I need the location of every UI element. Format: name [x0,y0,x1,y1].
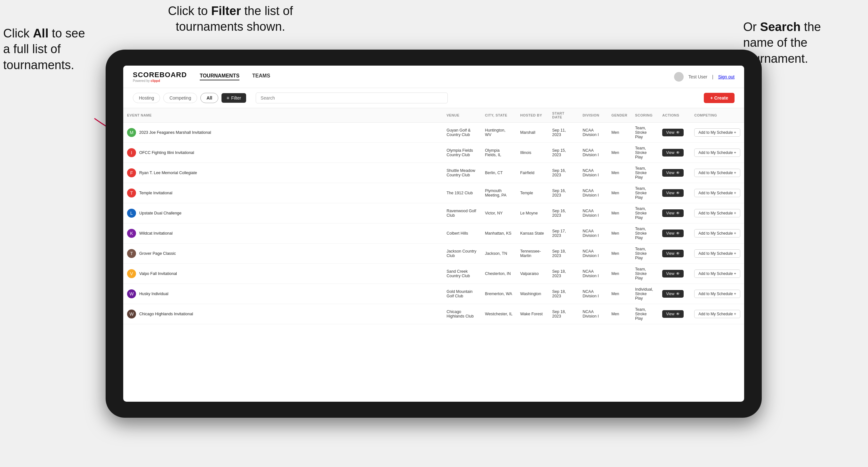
cell-division-2: NCAA Division I [579,163,608,183]
tablet-screen: SCOREBOARD Powered by clippd TOURNAMENTS… [123,66,744,402]
add-to-schedule-button-1[interactable]: Add to My Schedule + [694,149,740,157]
col-hosted: HOSTED BY [516,108,548,123]
cell-actions-0: View 👁 [658,123,690,143]
event-name-8: Husky Individual [139,291,168,296]
view-label-7: View [666,272,674,276]
add-to-schedule-button-9[interactable]: Add to My Schedule + [694,310,740,318]
filter-button[interactable]: ≡ Filter [221,93,246,103]
nav-teams[interactable]: TEAMS [252,73,270,80]
event-name-4: Upstate Dual Challenge [139,211,182,215]
col-division: DIVISION [579,108,608,123]
view-button-7[interactable]: View 👁 [662,270,684,278]
view-button-3[interactable]: View 👁 [662,189,684,197]
logo-scoreboard: SCOREBOARD [133,71,187,79]
view-button-4[interactable]: View 👁 [662,209,684,217]
table-row: W Husky Individual Gold Mountain Golf Cl… [123,284,744,304]
view-button-2[interactable]: View 👁 [662,169,684,177]
cell-scoring-5: Team, Stroke Play [631,223,658,244]
event-name-1: OFCC Fighting Illini Invitational [139,150,194,155]
add-to-schedule-button-2[interactable]: Add to My Schedule + [694,169,740,177]
logo-powered: Powered by clippd [133,79,187,83]
tournaments-table: EVENT NAME VENUE CITY, STATE HOSTED BY S… [123,108,744,324]
cell-gender-6: Men [608,244,631,264]
event-name-3: Temple Invitational [139,191,173,195]
schedule-label-6: Add to My Schedule + [699,251,736,256]
add-to-schedule-button-5[interactable]: Add to My Schedule + [694,229,740,238]
add-to-schedule-button-3[interactable]: Add to My Schedule + [694,189,740,197]
table-header: EVENT NAME VENUE CITY, STATE HOSTED BY S… [123,108,744,123]
schedule-label-4: Add to My Schedule + [699,211,736,215]
view-button-5[interactable]: View 👁 [662,229,684,237]
cell-scoring-6: Team, Stroke Play [631,244,658,264]
cell-hosted-0: Marshall [516,123,548,143]
view-button-6[interactable]: View 👁 [662,250,684,257]
nav-tournaments[interactable]: TOURNAMENTS [200,73,239,80]
add-to-schedule-button-6[interactable]: Add to My Schedule + [694,249,740,258]
schedule-label-3: Add to My Schedule + [699,191,736,195]
tab-competing[interactable]: Competing [163,93,197,103]
cell-date-4: Sep 16, 2023 [548,203,579,223]
cell-competing-6: Add to My Schedule + [690,244,744,264]
schedule-label-2: Add to My Schedule + [699,170,736,175]
tab-hosting[interactable]: Hosting [133,93,160,103]
view-label-2: View [666,170,674,175]
cell-venue-3: The 1912 Club [443,183,481,203]
cell-date-9: Sep 18, 2023 [548,304,579,324]
col-city: CITY, STATE [481,108,516,123]
team-logo-4: L [127,209,136,218]
cell-competing-8: Add to My Schedule + [690,284,744,304]
cell-scoring-7: Team, Stroke Play [631,264,658,284]
cell-competing-9: Add to My Schedule + [690,304,744,324]
cell-hosted-2: Fairfield [516,163,548,183]
schedule-label-5: Add to My Schedule + [699,231,736,236]
view-label-4: View [666,211,674,215]
view-button-1[interactable]: View 👁 [662,149,684,157]
view-button-0[interactable]: View 👁 [662,129,684,136]
nav-divider: | [712,74,713,80]
col-scoring: SCORING [631,108,658,123]
cell-venue-7: Sand Creek Country Club [443,264,481,284]
sign-out-link[interactable]: Sign out [718,74,735,80]
cell-division-6: NCAA Division I [579,244,608,264]
create-button[interactable]: + Create [704,93,735,103]
table-row: T Grover Page Classic Jackson Country Cl… [123,244,744,264]
col-venue: VENUE [443,108,481,123]
cell-gender-3: Men [608,183,631,203]
cell-event-6: T Grover Page Classic [123,244,443,264]
eye-icon-1: 👁 [676,150,680,155]
filter-icon: ≡ [226,95,229,100]
cell-competing-4: Add to My Schedule + [690,203,744,223]
view-button-8[interactable]: View 👁 [662,290,684,298]
cell-actions-7: View 👁 [658,264,690,284]
cell-gender-7: Men [608,264,631,284]
cell-city-8: Bremerton, WA [481,284,516,304]
table-row: V Valpo Fall Invitational Sand Creek Cou… [123,264,744,284]
cell-division-3: NCAA Division I [579,183,608,203]
add-to-schedule-button-0[interactable]: Add to My Schedule + [694,128,740,137]
search-box [256,93,448,103]
main-nav: TOURNAMENTS TEAMS [200,73,270,80]
cell-hosted-4: Le Moyne [516,203,548,223]
cell-actions-4: View 👁 [658,203,690,223]
cell-event-5: K Wildcat Invitational [123,223,443,244]
eye-icon-9: 👁 [676,312,680,316]
search-input[interactable] [256,93,448,103]
table-body: M 2023 Joe Feaganes Marshall Invitationa… [123,123,744,324]
cell-competing-5: Add to My Schedule + [690,223,744,244]
schedule-label-9: Add to My Schedule + [699,312,736,316]
add-to-schedule-button-4[interactable]: Add to My Schedule + [694,209,740,217]
team-logo-1: I [127,148,136,157]
col-gender: GENDER [608,108,631,123]
brand-name: clippd [151,79,160,83]
cell-scoring-1: Team, Stroke Play [631,143,658,163]
table-row: L Upstate Dual Challenge Ravenwood Golf … [123,203,744,223]
cell-hosted-8: Washington [516,284,548,304]
view-button-9[interactable]: View 👁 [662,310,684,318]
cell-venue-1: Olympia Fields Country Club [443,143,481,163]
add-to-schedule-button-8[interactable]: Add to My Schedule + [694,290,740,298]
cell-city-9: Westchester, IL [481,304,516,324]
cell-date-3: Sep 16, 2023 [548,183,579,203]
cell-event-7: V Valpo Fall Invitational [123,264,443,284]
add-to-schedule-button-7[interactable]: Add to My Schedule + [694,270,740,278]
tab-all[interactable]: All [200,93,218,103]
